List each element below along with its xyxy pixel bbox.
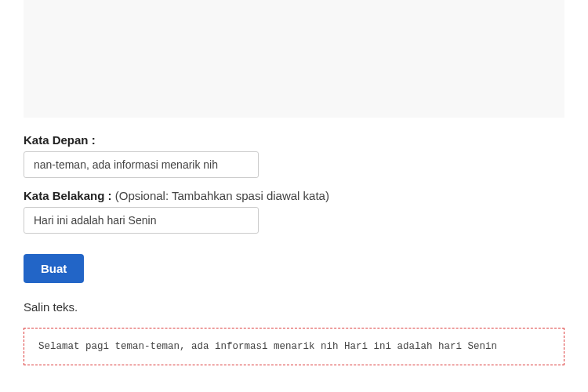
kata-depan-label-text: Kata Depan : bbox=[24, 133, 96, 147]
placeholder-area bbox=[24, 0, 564, 118]
kata-depan-label: Kata Depan : bbox=[24, 133, 564, 147]
kata-belakang-label: Kata Belakang : (Opsional: Tambahkan spa… bbox=[24, 189, 564, 202]
kata-depan-input[interactable] bbox=[24, 151, 259, 178]
result-box[interactable]: Selamat pagi teman-teman, ada informasi … bbox=[24, 328, 564, 365]
kata-belakang-label-hint: (Opsional: Tambahkan spasi diawal kata) bbox=[115, 189, 329, 202]
kata-belakang-label-main: Kata Belakang : bbox=[24, 189, 115, 202]
salin-teks-label: Salin teks. bbox=[24, 300, 564, 314]
buat-button[interactable]: Buat bbox=[24, 254, 84, 283]
form-section: Kata Depan : Kata Belakang : (Opsional: … bbox=[0, 133, 588, 314]
kata-belakang-input[interactable] bbox=[24, 207, 259, 234]
